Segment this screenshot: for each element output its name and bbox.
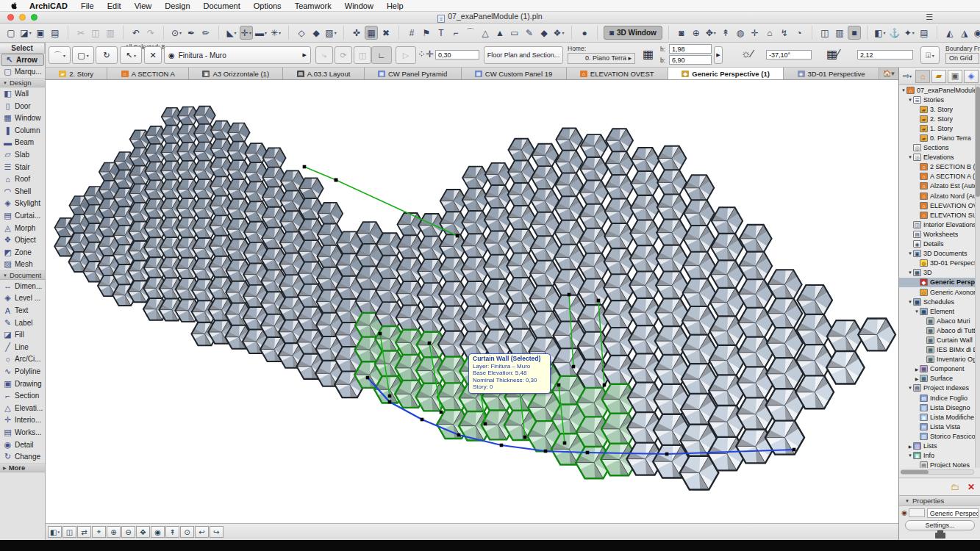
tool-roof[interactable]: ⌂Roof bbox=[0, 173, 45, 185]
expander-icon[interactable]: ▶ bbox=[914, 367, 920, 372]
solid-ops-button[interactable]: ▲ bbox=[493, 26, 507, 40]
toolbox-more-header[interactable]: ▶More bbox=[0, 463, 45, 472]
joystick-button[interactable]: ✛ bbox=[748, 26, 762, 40]
orbit-3d-button[interactable]: ⊕ bbox=[690, 26, 703, 40]
tree-item-07-exapanelmodule-1-[interactable]: ▼⌂07_exaPanelModule (1) bbox=[899, 85, 976, 95]
orbit-button[interactable]: ◉ bbox=[151, 526, 165, 538]
snap-guides-dropdown[interactable]: ▾ bbox=[249, 30, 251, 35]
tree-item-3d-01-perspectiv[interactable]: ◍3D-01 Perspectiv bbox=[899, 259, 976, 268]
menu-view[interactable]: View bbox=[128, 1, 159, 10]
tree-item-generic-axonomet[interactable]: ◇Generic Axonomet bbox=[899, 287, 976, 297]
close-tool-button[interactable]: ✖ bbox=[379, 26, 393, 40]
tab-a-03-3-layout[interactable]: ▤A.03.3 Layout bbox=[283, 68, 364, 79]
tree-item-alzato-nord-auto-[interactable]: ⌂Alzato Nord (Auto- bbox=[899, 191, 976, 201]
expander-icon[interactable]: ▼ bbox=[907, 270, 913, 275]
menu-edit[interactable]: Edit bbox=[101, 1, 128, 10]
menu-design[interactable]: Design bbox=[158, 1, 196, 10]
home-story-select[interactable]: 0. Piano Terra ▸ bbox=[568, 53, 635, 64]
tool-arrow[interactable]: ↖Arrow bbox=[1, 54, 44, 66]
tool-wall[interactable]: ◧Wall bbox=[0, 87, 45, 100]
inject-parameters-button[interactable]: ✏ bbox=[199, 26, 212, 40]
menu-options[interactable]: Options bbox=[247, 1, 288, 10]
dark-cube-button[interactable]: ■ bbox=[848, 26, 861, 40]
b-input[interactable] bbox=[669, 55, 712, 65]
section-pointer-button[interactable]: ⍗▾ bbox=[920, 46, 940, 64]
tool-fill[interactable]: ◪Fill bbox=[0, 328, 45, 341]
tool-skylight[interactable]: ◈Skylight bbox=[0, 198, 45, 210]
tool-label[interactable]: ✎Label bbox=[0, 317, 45, 329]
menu-file[interactable]: File bbox=[74, 1, 101, 10]
tree-item-a-section-a-mar[interactable]: ⌂A SECTION A (Mar bbox=[899, 172, 976, 181]
publisher-tab[interactable]: ◈ bbox=[964, 70, 979, 83]
zoom-in-button[interactable]: ⊕ bbox=[107, 526, 121, 538]
paste-button[interactable]: ▥ bbox=[104, 26, 117, 40]
tree-item-indice-foglio[interactable]: ▤Indice Foglio bbox=[899, 393, 976, 403]
tool-text[interactable]: AText bbox=[0, 304, 45, 317]
shield-check-button[interactable]: ◆ bbox=[537, 26, 551, 40]
flask-blue-button[interactable]: ◮ bbox=[958, 26, 971, 40]
tool-dimen-[interactable]: ↔Dimen... bbox=[0, 280, 45, 292]
tree-item-3d[interactable]: ▼▦3D bbox=[899, 268, 976, 278]
zoom-window-button[interactable]: ◫ bbox=[62, 526, 76, 538]
element-table-button[interactable]: ▦ bbox=[365, 26, 378, 40]
tree-item-ies-bimx-di-def-[interactable]: ▦IES BIMx di Def. bbox=[899, 345, 976, 355]
tool-detail[interactable]: ◉Detail bbox=[0, 439, 45, 451]
list-view-icon[interactable]: ☰ bbox=[926, 12, 933, 22]
model-view-options-dropdown[interactable]: ▾ bbox=[57, 530, 60, 534]
save-button[interactable]: ▣ bbox=[34, 26, 47, 40]
tree-item-interior-elevations[interactable]: ◫Interior Elevations bbox=[899, 220, 976, 229]
hb-flyout-button[interactable]: ▶ bbox=[714, 46, 723, 64]
minimize-window-button[interactable] bbox=[19, 14, 26, 21]
find-select-dropdown[interactable]: ▾ bbox=[179, 30, 182, 35]
boundary-frame-value[interactable]: On Grid bbox=[945, 53, 979, 64]
rebuild-refresh-button[interactable]: ⇄ bbox=[77, 526, 91, 538]
expander-icon[interactable]: ▼ bbox=[914, 309, 920, 314]
walk-mode-button[interactable]: ✥▾ bbox=[704, 26, 718, 40]
angle-input[interactable] bbox=[766, 50, 812, 60]
tool-zone[interactable]: ◩Zone bbox=[0, 246, 45, 259]
tree-item-alzato-est-auto-r[interactable]: ⌂Alzato Est (Auto-r bbox=[899, 181, 976, 191]
tree-item-elevation-oves[interactable]: ⌂ELEVATION OVES bbox=[899, 201, 976, 210]
expander-icon[interactable]: ▼ bbox=[907, 98, 913, 102]
zoom-percent-button[interactable]: ⌖ bbox=[92, 526, 106, 538]
floor-plan-section-button[interactable]: Floor Plan and Section... bbox=[484, 46, 563, 64]
tab-cw-panel-pyramid[interactable]: ▦CW Panel Pyramid bbox=[365, 68, 462, 79]
tab-elevation-ovest[interactable]: ⌂ELEVATION OVEST bbox=[567, 68, 668, 79]
menu-archicad[interactable]: ArchiCAD bbox=[23, 1, 74, 10]
properties-header[interactable]: ▼Properties bbox=[899, 495, 980, 506]
settings-wheel-button[interactable]: ❖▾ bbox=[552, 26, 565, 40]
redo-button[interactable]: ↷ bbox=[144, 26, 157, 40]
zoom-window-button[interactable] bbox=[31, 14, 37, 21]
grid-spacing-input[interactable] bbox=[857, 50, 913, 60]
offset-input[interactable] bbox=[435, 50, 479, 60]
tree-item-info[interactable]: ▼▣Info bbox=[899, 451, 976, 461]
tree-item-abaco-muri[interactable]: ▦Abaco Muri bbox=[899, 316, 976, 325]
quick-options-button[interactable]: ● bbox=[578, 26, 591, 40]
layer-combo[interactable]: ◉ Finitura - Muro ▶ bbox=[164, 46, 311, 64]
3d-viewport[interactable]: Curtain Wall (Selected) Layer: Finitura … bbox=[46, 80, 898, 523]
tool-stair[interactable]: ☰Stair bbox=[0, 161, 45, 173]
snap-grid-dropdown[interactable]: ▾ bbox=[279, 30, 281, 35]
tree-item-lista-disegno[interactable]: ▥Lista Disegno bbox=[899, 403, 976, 412]
tool-section[interactable]: ⌐Section bbox=[0, 389, 45, 402]
walk-mode-dropdown[interactable]: ▾ bbox=[714, 30, 716, 35]
run-walkthrough-button[interactable]: ↯ bbox=[778, 26, 791, 40]
find-select-button[interactable]: ⊙▾ bbox=[170, 26, 183, 40]
home-story-button[interactable]: ⌂ bbox=[763, 26, 776, 40]
open-file-button[interactable]: ◪▾ bbox=[19, 26, 32, 40]
tree-item-lista-vista[interactable]: ▤Lista Vista bbox=[899, 422, 976, 431]
marquee-lasso-button[interactable]: ⌒▾ bbox=[49, 46, 71, 64]
menu-help[interactable]: Help bbox=[380, 1, 410, 10]
globe-view-button[interactable]: ◍ bbox=[734, 26, 747, 40]
tab-a-section-a[interactable]: ⌂A SECTION A bbox=[107, 68, 189, 79]
expander-icon[interactable]: ▼ bbox=[907, 155, 913, 159]
flag-marker-button[interactable]: ⚑ bbox=[420, 26, 433, 40]
text-column-button[interactable]: T bbox=[434, 26, 448, 40]
tree-item-1-story[interactable]: ▰1. Story bbox=[899, 123, 976, 133]
tree-item-surface[interactable]: ▶▦Surface bbox=[899, 374, 976, 383]
current-view-field[interactable]: Generic Perspective bbox=[927, 508, 979, 518]
tree-item-component[interactable]: ▶▦Component bbox=[899, 364, 976, 374]
layer-settings-dropdown[interactable]: ▾ bbox=[335, 30, 337, 35]
explore-button[interactable]: ↟ bbox=[165, 526, 179, 538]
expander-icon[interactable]: ▼ bbox=[907, 453, 913, 458]
